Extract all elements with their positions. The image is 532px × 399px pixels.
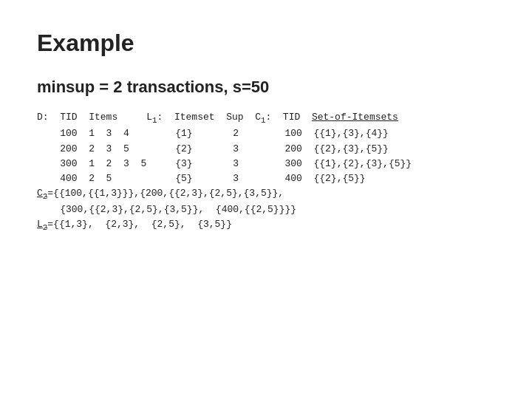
content-block: D: TID Items L1: Itemset Sup C1: TID Set… — [37, 110, 495, 234]
content-line-4: 300 1 2 3 5 {3} 3 300 {{1},{2},{3},{5}} — [37, 158, 412, 169]
content-line-2: 100 1 3 4 {1} 2 100 {{1},{3},{4}} — [37, 128, 389, 139]
content-line-5: 400 2 5 {5} 3 400 {{2},{5}} — [37, 173, 366, 184]
subtitle: minsup = 2 transactions, s=50 — [37, 78, 495, 97]
content-line-1: D: TID Items L1: Itemset Sup C1: TID Set… — [37, 112, 398, 123]
content-line-3: 200 2 3 5 {2} 3 200 {{2},{3},{5}} — [37, 143, 389, 154]
content-line-8: L2={{1,3}, {2,3}, {2,5}, {3,5}} — [37, 219, 232, 230]
content-line-6: C2={{100,{{1,3}}},{200,{{2,3},{2,5},{3,5… — [37, 188, 284, 199]
page-title: Example — [37, 30, 495, 57]
content-line-7: {300,{{2,3},{2,5},{3,5}}, {400,{{2,5}}}} — [37, 204, 296, 215]
page: Example minsup = 2 transactions, s=50 D:… — [0, 0, 532, 399]
